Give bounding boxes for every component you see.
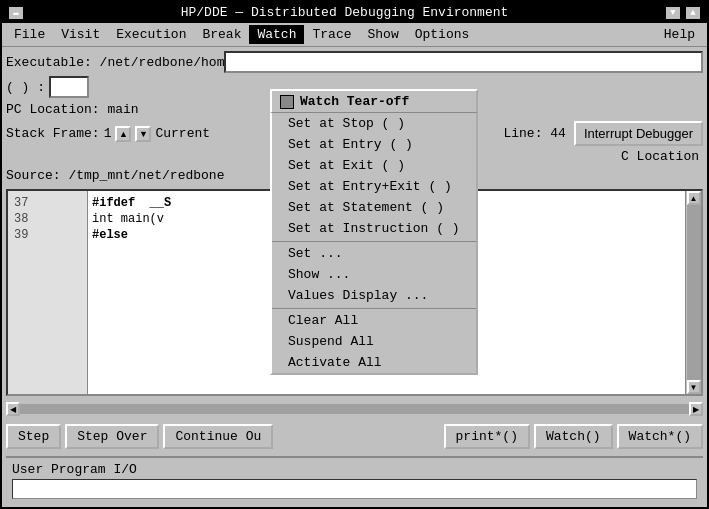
step-over-button[interactable]: Step Over [65,424,159,449]
menu-break[interactable]: Break [194,25,249,44]
watch-values-display[interactable]: Values Display ... [272,285,476,306]
watch-set-at-entry[interactable]: Set at Entry ( ) [272,134,476,155]
watch-set[interactable]: Set ... [272,241,476,264]
watch-set-at-entry-exit[interactable]: Set at Entry+Exit ( ) [272,176,476,197]
main-window: ▬ HP/DDE — Distributed Debugging Environ… [0,0,709,509]
watch-suspend-all[interactable]: Suspend All [272,331,476,352]
user-io-area[interactable] [12,479,697,499]
executable-label: Executable: /net/redbone/hom [6,55,224,70]
system-menu-button[interactable]: ▬ [8,6,24,20]
user-io-section: User Program I/O [6,456,703,503]
watch-button[interactable]: Watch() [534,424,613,449]
scroll-h-track[interactable] [20,404,689,414]
title-bar: ▬ HP/DDE — Distributed Debugging Environ… [2,2,707,23]
bottom-buttons: Step Step Over Continue Ou print*() Watc… [6,420,703,453]
print-button[interactable]: print*() [444,424,530,449]
line-info: Line: 44 [503,126,565,141]
watch-show[interactable]: Show ... [272,264,476,285]
title-bar-left-controls: ▬ [8,6,24,20]
stack-frame-label: Stack Frame: [6,126,100,141]
watch-dropdown-header: Watch Tear-off [270,89,478,113]
watch-star-button[interactable]: Watch*() [617,424,703,449]
watch-activate-all[interactable]: Activate All [272,352,476,373]
watch-clear-all[interactable]: Clear All [272,308,476,331]
scroll-up-button[interactable]: ▲ [687,191,701,205]
watch-dropdown-icon [280,95,294,109]
line-num-37: 37 [10,195,85,211]
paren-input[interactable] [49,76,89,98]
menu-bar: File Visit Execution Break Watch Trace S… [2,23,707,47]
minimize-button[interactable]: ▼ [665,6,681,20]
stack-frame-current: Current [155,126,210,141]
executable-input[interactable] [224,51,703,73]
title-bar-right-controls: ▼ ▲ [665,6,701,20]
watch-dropdown: Watch Tear-off Set at Stop ( ) Set at En… [270,89,478,375]
menu-trace[interactable]: Trace [304,25,359,44]
stack-frame-number: 1 [104,126,112,141]
stack-up-button[interactable]: ▲ [115,126,131,142]
menu-execution[interactable]: Execution [108,25,194,44]
menu-file[interactable]: File [6,25,53,44]
source-scrollbar-vertical: ▲ ▼ [685,191,701,394]
c-location-label: C Location [621,149,699,164]
step-button[interactable]: Step [6,424,61,449]
line-numbers: 37 38 39 [8,191,88,394]
menu-help[interactable]: Help [656,25,703,44]
source-scrollbar-horizontal: ◀ ▶ [6,401,703,417]
main-content: Executable: /net/redbone/hom ( ) : PC Lo… [2,47,707,507]
scroll-track[interactable] [687,205,701,380]
maximize-button[interactable]: ▲ [685,6,701,20]
executable-row: Executable: /net/redbone/hom [6,51,703,73]
continue-out-button[interactable]: Continue Ou [163,424,273,449]
line-num-38: 38 [10,211,85,227]
scroll-left-button[interactable]: ◀ [6,402,20,416]
interrupt-debugger-button[interactable]: Interrupt Debugger [574,121,703,146]
watch-dropdown-menu: Set at Stop ( ) Set at Entry ( ) Set at … [270,113,478,375]
line-num-39: 39 [10,227,85,243]
window-title: HP/DDE — Distributed Debugging Environme… [24,5,665,20]
scroll-right-button[interactable]: ▶ [689,402,703,416]
stack-down-button[interactable]: ▼ [135,126,151,142]
menu-options[interactable]: Options [407,25,478,44]
user-io-label: User Program I/O [12,462,697,477]
watch-set-at-statement[interactable]: Set at Statement ( ) [272,197,476,218]
menu-watch[interactable]: Watch [249,25,304,44]
watch-set-at-stop[interactable]: Set at Stop ( ) [272,113,476,134]
menu-visit[interactable]: Visit [53,25,108,44]
watch-dropdown-title: Watch Tear-off [300,94,409,109]
scroll-down-button[interactable]: ▼ [687,380,701,394]
watch-set-at-exit[interactable]: Set at Exit ( ) [272,155,476,176]
paren-label: ( ) : [6,80,45,95]
watch-set-at-instruction[interactable]: Set at Instruction ( ) [272,218,476,239]
menu-show[interactable]: Show [360,25,407,44]
